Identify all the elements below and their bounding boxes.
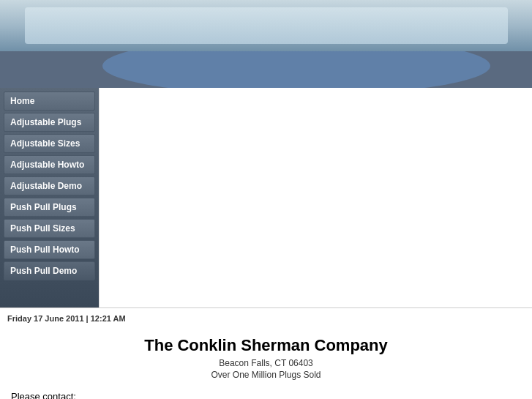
company-address: Beacon Falls, CT 06403	[11, 358, 521, 368]
banner-inner	[25, 7, 508, 44]
sidebar-item-adjustable-sizes[interactable]: Adjustable Sizes	[4, 134, 95, 153]
sidebar-item-home[interactable]: Home	[4, 92, 95, 111]
contact-label: Please contact:	[11, 391, 521, 399]
sidebar-item-adjustable-howto[interactable]: Adjustable Howto	[4, 155, 95, 174]
top-banner	[0, 0, 532, 51]
arc-container	[0, 51, 532, 88]
arc-inner	[102, 51, 490, 88]
sidebar-item-push-pull-howto[interactable]: Push Pull Howto	[4, 240, 95, 259]
sidebar-item-adjustable-plugs[interactable]: Adjustable Plugs	[4, 113, 95, 132]
timestamp: Friday 17 June 2011 | 12:21 AM	[0, 307, 532, 329]
main-layout: Home Adjustable Plugs Adjustable Sizes A…	[0, 88, 532, 307]
footer-content: The Conklin Sherman Company Beacon Falls…	[0, 329, 532, 399]
sidebar-item-push-pull-sizes[interactable]: Push Pull Sizes	[4, 219, 95, 238]
sidebar-item-push-pull-demo[interactable]: Push Pull Demo	[4, 261, 95, 280]
sidebar: Home Adjustable Plugs Adjustable Sizes A…	[0, 88, 99, 307]
company-tagline: Over One Million Plugs Sold	[11, 370, 521, 380]
timestamp-text: Friday 17 June 2011 | 12:21 AM	[7, 314, 126, 323]
company-name: The Conklin Sherman Company	[11, 336, 521, 355]
content-area	[99, 88, 532, 307]
sidebar-item-push-pull-plugs[interactable]: Push Pull Plugs	[4, 198, 95, 217]
sidebar-item-adjustable-demo[interactable]: Adjustable Demo	[4, 176, 95, 195]
contact-section: Please contact: Bernadette Norton The Co…	[11, 391, 521, 399]
